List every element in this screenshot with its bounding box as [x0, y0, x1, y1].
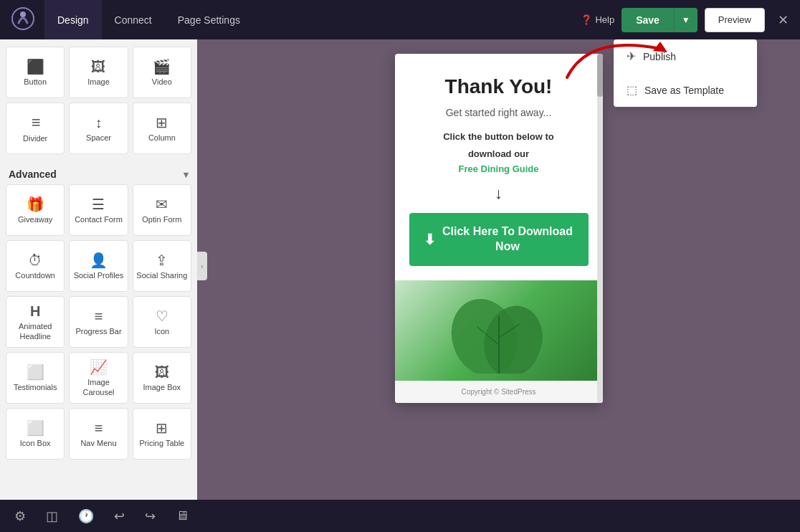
- nav-tab-page-settings[interactable]: Page Settings: [165, 0, 253, 39]
- sidebar-item-social-profiles[interactable]: 👤 Social Profiles: [69, 240, 128, 292]
- preview-link: Free Dining Guide: [409, 163, 589, 174]
- sidebar-item-contact-form[interactable]: ☰ Contact Form: [69, 184, 128, 236]
- pricing-table-icon: ⊞: [156, 421, 168, 435]
- download-icon: ⬇: [424, 230, 436, 249]
- logo: [11, 7, 34, 33]
- sidebar-item-column-label: Column: [148, 133, 176, 143]
- save-button[interactable]: Save: [622, 8, 674, 32]
- optin-form-icon: ✉: [156, 197, 168, 212]
- nav-tabs: Design Connect Page Settings: [44, 0, 581, 39]
- icon-icon: ♡: [156, 309, 168, 323]
- basic-items-grid: ⬛ Button 🖼 Image 🎬 Video ≡ Divider ↕ Spa…: [6, 47, 191, 154]
- sidebar-item-nav-menu-label: Nav Menu: [80, 439, 116, 448]
- social-sharing-icon: ⇪: [156, 253, 168, 267]
- preview-button[interactable]: Preview: [705, 8, 765, 32]
- preview-copyright: Copyright © SitedPress: [395, 381, 603, 403]
- history-icon[interactable]: 🕐: [78, 508, 94, 524]
- save-template-icon: ⬚: [627, 83, 637, 97]
- sidebar-item-pricing-table[interactable]: ⊞ Pricing Table: [133, 408, 191, 460]
- desktop-icon[interactable]: 🖥: [176, 508, 189, 523]
- sidebar-item-button-label: Button: [24, 77, 47, 87]
- sidebar-item-optin-form-label: Optin Form: [142, 215, 181, 224]
- sidebar-item-image-carousel[interactable]: 📈 Image Carousel: [69, 352, 128, 404]
- sidebar-item-optin-form[interactable]: ✉ Optin Form: [133, 184, 191, 236]
- settings-icon[interactable]: ⚙: [14, 508, 26, 524]
- dropdown-save-template[interactable]: ⬚ Save as Template: [614, 73, 757, 107]
- sidebar-item-giveaway[interactable]: 🎁 Giveaway: [6, 184, 65, 236]
- main-canvas-area: Thank You! Get started right away... Cli…: [197, 39, 800, 500]
- sidebar-item-social-profiles-label: Social Profiles: [74, 271, 124, 280]
- sidebar-collapse-handle[interactable]: ‹: [197, 252, 207, 280]
- animated-headline-icon: H: [30, 304, 40, 318]
- help-button[interactable]: ❓ Help: [581, 14, 614, 25]
- sidebar-item-progress-bar-label: Progress Bar: [75, 327, 121, 336]
- sidebar-item-social-sharing[interactable]: ⇪ Social Sharing: [133, 240, 191, 292]
- sidebar-item-icon-box-label: Icon Box: [20, 439, 51, 448]
- sidebar-item-divider-label: Divider: [23, 134, 47, 143]
- sidebar-item-countdown[interactable]: ⏱ Countdown: [6, 240, 65, 292]
- save-dropdown-button[interactable]: ▼: [674, 8, 697, 32]
- sidebar-item-image[interactable]: 🖼 Image: [69, 47, 128, 98]
- sidebar-item-icon-box[interactable]: ⬜ Icon Box: [6, 408, 65, 460]
- sidebar-item-testimonials-label: Testimonials: [14, 383, 57, 392]
- sidebar-item-image-carousel-label: Image Carousel: [72, 378, 124, 396]
- sidebar-item-image-box-label: Image Box: [143, 383, 181, 392]
- progress-bar-icon: ≡: [95, 309, 103, 323]
- download-button-label: Click Here To Download Now: [442, 224, 574, 255]
- icon-box-icon: ⬜: [27, 421, 44, 435]
- down-arrow-icon: ↓: [409, 184, 589, 203]
- sidebar-item-giveaway-label: Giveaway: [18, 215, 52, 224]
- sidebar-item-image-box[interactable]: 🖼 Image Box: [133, 352, 191, 404]
- preview-subtitle: Get started right away...: [409, 107, 589, 118]
- dropdown-publish[interactable]: ✈ Publish: [614, 39, 757, 73]
- chevron-up-icon: ▾: [184, 169, 189, 180]
- close-button[interactable]: ✕: [778, 12, 789, 28]
- publish-label: Publish: [643, 51, 676, 62]
- page-preview: Thank You! Get started right away... Cli…: [395, 54, 603, 403]
- sidebar: ⬛ Button 🖼 Image 🎬 Video ≡ Divider ↕ Spa…: [0, 39, 197, 500]
- scroll-thumb[interactable]: [597, 54, 603, 97]
- preview-content: Thank You! Get started right away... Cli…: [395, 54, 603, 280]
- leaf-svg: [434, 288, 563, 374]
- sidebar-item-icon[interactable]: ♡ Icon: [133, 296, 191, 348]
- sidebar-item-testimonials[interactable]: ⬜ Testimonials: [6, 352, 65, 404]
- sidebar-item-progress-bar[interactable]: ≡ Progress Bar: [69, 296, 128, 348]
- bottom-bar: ⚙ ◫ 🕐 ↩ ↪ 🖥: [0, 500, 800, 532]
- spacer-icon: ↕: [95, 115, 102, 130]
- contact-form-icon: ☰: [92, 197, 105, 212]
- sidebar-item-video[interactable]: 🎬 Video: [133, 47, 191, 98]
- image-carousel-icon: 📈: [90, 360, 108, 374]
- advanced-items-grid: 🎁 Giveaway ☰ Contact Form ✉ Optin Form ⏱…: [6, 184, 191, 460]
- scroll-bar[interactable]: [597, 54, 603, 403]
- redo-icon[interactable]: ↪: [145, 508, 156, 524]
- layers-icon[interactable]: ◫: [46, 508, 58, 524]
- sidebar-item-nav-menu[interactable]: ≡ Nav Menu: [69, 408, 128, 460]
- sidebar-item-divider[interactable]: ≡ Divider: [6, 103, 65, 154]
- sidebar-item-social-sharing-label: Social Sharing: [136, 271, 187, 280]
- sidebar-item-column[interactable]: ⊞ Column: [133, 103, 191, 154]
- column-icon: ⊞: [156, 115, 168, 130]
- sidebar-item-animated-headline-label: Animated Headline: [9, 322, 61, 341]
- help-label: Help: [595, 14, 614, 25]
- download-button[interactable]: ⬇ Click Here To Download Now: [409, 213, 589, 266]
- image-icon: 🖼: [91, 60, 105, 74]
- sidebar-item-icon-label: Icon: [154, 327, 169, 336]
- svg-point-1: [20, 11, 26, 17]
- advanced-section-header[interactable]: Advanced ▾: [6, 161, 191, 184]
- sidebar-item-button[interactable]: ⬛ Button: [6, 47, 65, 98]
- sidebar-item-pricing-table-label: Pricing Table: [139, 439, 184, 448]
- preview-footer-image: [395, 280, 603, 381]
- countdown-icon: ⏱: [28, 253, 42, 267]
- sidebar-item-spacer[interactable]: ↕ Spacer: [69, 103, 128, 154]
- button-icon: ⬛: [27, 60, 44, 74]
- nav-menu-icon: ≡: [95, 421, 103, 435]
- preview-title: Thank You!: [409, 75, 589, 98]
- sidebar-item-spacer-label: Spacer: [86, 133, 111, 143]
- nav-tab-design[interactable]: Design: [44, 0, 102, 39]
- undo-icon[interactable]: ↩: [114, 508, 125, 524]
- preview-body-line1: Click the button below to: [409, 130, 589, 144]
- nav-tab-connect[interactable]: Connect: [102, 0, 165, 39]
- sidebar-item-animated-headline[interactable]: H Animated Headline: [6, 296, 65, 348]
- social-profiles-icon: 👤: [90, 253, 108, 267]
- top-nav: Design Connect Page Settings ❓ Help Save…: [0, 0, 800, 39]
